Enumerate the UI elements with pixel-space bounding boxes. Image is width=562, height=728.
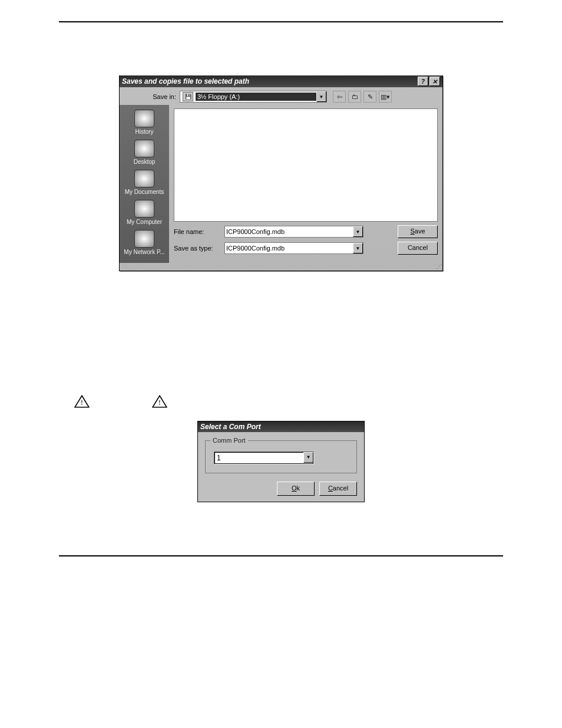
chevron-down-icon[interactable]: ▼	[316, 91, 326, 102]
close-button[interactable]: ✕	[429, 77, 440, 86]
comm-port-dropdown[interactable]: 1 ▼	[214, 452, 314, 465]
file-name-label: File name:	[174, 228, 224, 235]
back-icon[interactable]: ⇦	[333, 91, 346, 103]
chevron-down-icon[interactable]: ▼	[303, 452, 313, 463]
new-folder-icon[interactable]: ✎	[363, 91, 376, 103]
places-my-computer-label: My Computer	[127, 219, 162, 225]
save-in-label: Save in:	[120, 93, 180, 100]
save-in-value: 3½ Floppy (A:)	[196, 93, 326, 101]
save-as-type-dropdown[interactable]: ICP9000Config.mdb ▼	[224, 242, 363, 254]
places-my-documents[interactable]: My Documents	[125, 170, 164, 195]
comm-port-legend: Comm Port	[210, 437, 248, 444]
places-my-documents-label: My Documents	[125, 189, 164, 195]
comm-port-group: Comm Port 1 ▼	[205, 440, 357, 473]
save-as-dialog: Saves and copies file to selected path ?…	[119, 75, 443, 271]
comm-port-value: 1	[217, 453, 221, 463]
my-network-icon	[134, 230, 154, 248]
save-as-type-label: Save as type:	[174, 245, 224, 252]
com-port-title: Select a Com Port	[200, 423, 261, 431]
save-as-toolbar: ⇦ 🗀 ✎ ▥▾	[333, 91, 392, 103]
save-as-title: Saves and copies file to selected path	[122, 77, 249, 85]
svg-text:!: !	[158, 398, 161, 407]
places-my-network-label: My Network P...	[124, 249, 164, 255]
places-my-computer[interactable]: My Computer	[127, 200, 162, 225]
warning-icon: !	[74, 395, 90, 408]
save-as-titlebar: Saves and copies file to selected path ?…	[120, 75, 442, 87]
warning-icon: !	[152, 395, 167, 408]
bottom-rule	[59, 555, 503, 556]
views-icon[interactable]: ▥▾	[379, 91, 392, 103]
warning-icons-row: ! !	[74, 395, 503, 408]
places-my-network[interactable]: My Network P...	[124, 230, 164, 255]
save-button[interactable]: Save	[398, 225, 438, 238]
file-list[interactable]	[174, 108, 438, 222]
save-in-dropdown[interactable]: 💾 3½ Floppy (A:) ▼	[180, 91, 327, 103]
places-desktop-label: Desktop	[134, 159, 156, 165]
chevron-down-icon[interactable]: ▼	[353, 243, 363, 253]
com-port-titlebar: Select a Com Port	[198, 421, 364, 432]
places-bar: History Desktop My Documents My Computer…	[120, 105, 169, 263]
desktop-icon	[134, 140, 154, 157]
ok-button[interactable]: Ok	[277, 482, 315, 496]
history-icon	[134, 110, 154, 127]
places-desktop[interactable]: Desktop	[134, 140, 156, 165]
file-name-value: ICP9000Config.mdb	[226, 228, 285, 235]
up-one-level-icon[interactable]: 🗀	[348, 91, 361, 103]
my-documents-icon	[134, 170, 154, 187]
select-com-port-dialog: Select a Com Port Comm Port 1 ▼ Ok Cance…	[197, 421, 365, 502]
svg-text:!: !	[81, 398, 83, 407]
resize-grip[interactable]: ⋰	[120, 263, 442, 271]
floppy-drive-icon: 💾	[183, 92, 193, 101]
cancel-button[interactable]: Cancel	[319, 482, 357, 496]
my-computer-icon	[134, 200, 154, 218]
file-name-input[interactable]: ICP9000Config.mdb ▼	[224, 226, 363, 238]
places-history-label: History	[134, 129, 154, 135]
save-as-type-value: ICP9000Config.mdb	[226, 245, 285, 252]
help-button[interactable]: ?	[418, 77, 428, 86]
cancel-button[interactable]: Cancel	[398, 242, 438, 255]
top-rule	[59, 21, 503, 22]
places-history[interactable]: History	[134, 110, 154, 135]
chevron-down-icon[interactable]: ▼	[353, 226, 363, 237]
